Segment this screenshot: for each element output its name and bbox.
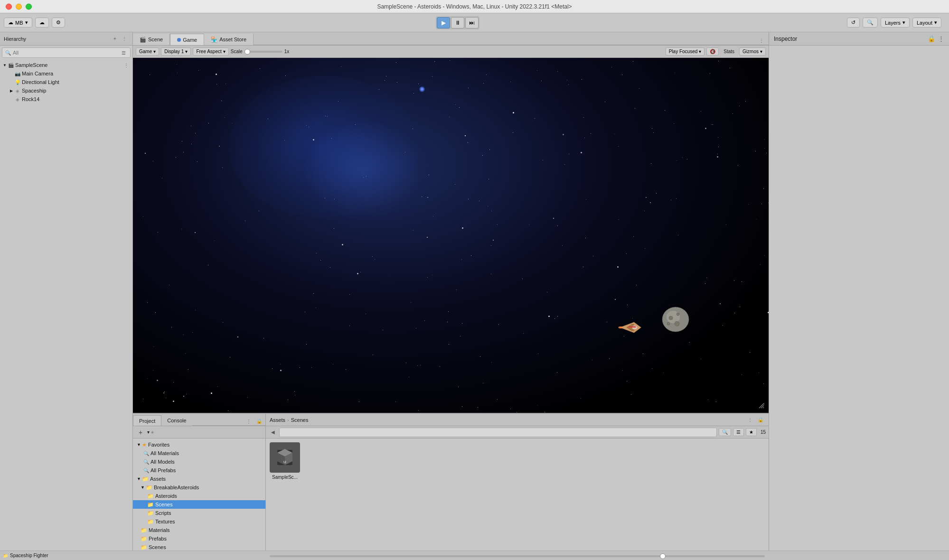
hierarchy-item-menu[interactable]: ⋮ [122, 61, 131, 69]
hierarchy-filter-icon[interactable]: ☰ [120, 48, 127, 57]
project-item-allmaterials[interactable]: 🔍 All Materials [133, 449, 265, 457]
bottom-panel: Project Console ⋮ 🔒 + ▾ ★ [133, 413, 769, 560]
refresh-button[interactable]: ↺ [847, 18, 860, 28]
project-add-button[interactable]: + [136, 428, 145, 437]
assets-search-input[interactable] [279, 428, 717, 437]
object-icon: ◈ [14, 87, 21, 94]
account-icon: ☁ [8, 19, 13, 26]
project-item-allprefabs[interactable]: 🔍 All Prefabs [133, 466, 265, 475]
assets-lock-icon[interactable]: 🔒 [756, 416, 765, 424]
play-focused-button[interactable]: Play Focused ▾ [666, 47, 705, 56]
layers-dropdown[interactable]: Layers ▾ [881, 18, 910, 28]
assets-panel: Assets › Scenes ⋮ 🔒 ◀ 🔍 [266, 414, 769, 560]
project-tabs: Project Console ⋮ 🔒 [133, 414, 265, 426]
tab-game[interactable]: Game [170, 34, 204, 45]
tree-arrow[interactable]: ▼ [2, 62, 8, 68]
hierarchy-item-maincamera[interactable]: ▶ 📷 Main Camera [0, 69, 132, 78]
hierarchy-add-icon[interactable]: + [111, 35, 119, 43]
project-item-scripts[interactable]: 📁 Scripts [133, 509, 265, 517]
aspect-dropdown-button[interactable]: Free Aspect ▾ [193, 47, 228, 56]
hierarchy-menu-icon[interactable]: ⋮ [120, 35, 129, 43]
step-button[interactable]: ⏭ [465, 17, 479, 28]
layout-dropdown[interactable]: Layout Layout ▾ [912, 18, 941, 28]
tabs-menu-icon[interactable]: ⋮ [757, 36, 766, 45]
tab-console[interactable]: Console [161, 415, 192, 426]
resize-handle[interactable] [757, 401, 765, 409]
project-add-dropdown[interactable]: ▾ [147, 429, 150, 435]
mute-button[interactable]: 🔇 [706, 47, 719, 56]
gizmos-button[interactable]: Gizmos ▾ [739, 47, 766, 56]
assets-breadcrumb-assets[interactable]: Assets [270, 417, 285, 423]
scale-slider[interactable] [244, 51, 282, 53]
hierarchy-search-bar[interactable]: 🔍 ☰ [2, 47, 131, 58]
project-lock-icon[interactable]: 🔒 [255, 417, 263, 425]
tab-asset-store[interactable]: 🏪 Asset Store [204, 34, 254, 45]
pause-button[interactable]: ⏸ [451, 17, 464, 28]
folder-icon: 📁 [146, 485, 152, 491]
zoom-thumb [660, 553, 666, 559]
project-item-prefabs[interactable]: 📁 Prefabs [133, 534, 265, 543]
scale-control: Scale 1x [231, 49, 290, 54]
game-dropdown-button[interactable]: Game ▾ [136, 47, 159, 56]
chevron-down-icon: ▾ [902, 19, 905, 26]
mute-icon: 🔇 [710, 49, 715, 54]
hierarchy-item-label: Spaceship [22, 88, 46, 93]
hierarchy-title: Hierarchy [4, 36, 26, 42]
hierarchy-item-label: Rock14 [22, 96, 39, 102]
play-button[interactable]: ▶ [437, 17, 450, 28]
center-panel: 🎬 Scene Game 🏪 Asset Store ⋮ Game ▾ Dis [133, 32, 769, 560]
chevron-down-icon: ▾ [185, 49, 188, 54]
assets-left-icon[interactable]: ◀ [269, 428, 277, 437]
chevron-icon: ▼ [137, 442, 141, 447]
tab-scene[interactable]: 🎬 Scene [133, 34, 170, 45]
assets-dots-icon[interactable]: ⋮ [746, 416, 754, 424]
svg-point-9 [677, 313, 679, 316]
project-item-allmodels[interactable]: 🔍 All Models [133, 457, 265, 466]
project-item-favorites[interactable]: ▼ ★ Favorites [133, 440, 265, 449]
search-button[interactable]: 🔍 [863, 18, 878, 28]
minimize-button[interactable] [16, 3, 22, 9]
hierarchy-item-spaceship[interactable]: ▶ ◈ Spaceship [0, 86, 132, 95]
assets-zoom-slider[interactable] [270, 555, 765, 557]
settings-button[interactable]: ⚙ [52, 18, 65, 28]
folder-icon: 📁 [141, 544, 147, 551]
account-button[interactable]: ☁ MB ▾ [4, 18, 32, 28]
chevron-down-icon: ▾ [25, 19, 28, 26]
asset-item-samplescene[interactable]: U SampleSc... [270, 442, 300, 480]
inspector-icons: 🔒 ⋮ [928, 35, 944, 42]
tree-arrow[interactable]: ▶ [9, 88, 14, 93]
search-icon: 🔍 [143, 451, 149, 456]
display-dropdown-button[interactable]: Display 1 ▾ [161, 47, 191, 56]
cloud-icon: ☁ [39, 19, 45, 26]
project-item-textures[interactable]: 📁 Textures [133, 517, 265, 526]
hierarchy-panel: Hierarchy + ⋮ 🔍 ☰ ▼ 🎬 SampleScene ⋮ [0, 32, 133, 560]
project-item-materials[interactable]: 📁 Materials [133, 526, 265, 534]
hierarchy-header-icons: + ⋮ [111, 35, 129, 43]
maximize-button[interactable] [26, 3, 32, 9]
folder-icon: 📁 [147, 519, 154, 525]
tab-project[interactable]: Project [133, 415, 161, 426]
lock-icon[interactable]: 🔒 [928, 35, 935, 42]
chevron-down-icon: ▾ [760, 49, 762, 54]
project-tree: ▼ ★ Favorites 🔍 All Materials 🔍 All Mode… [133, 439, 265, 560]
project-item-scenes[interactable]: 📁 Scenes [133, 500, 265, 509]
assets-search-button[interactable]: 🔍 [719, 428, 731, 436]
hierarchy-item-samplescene[interactable]: ▼ 🎬 SampleScene ⋮ [0, 61, 132, 69]
project-item-breakableasteroids[interactable]: ▼ 📁 BreakableAsteroids [133, 483, 265, 492]
game-view [133, 58, 769, 413]
project-item-assets[interactable]: ▼ 📁 Assets [133, 475, 265, 483]
close-button[interactable] [6, 3, 12, 9]
status-item-icon: 📁 [3, 553, 8, 558]
hierarchy-item-directionallight[interactable]: ▶ 💡 Directional Light [0, 78, 132, 86]
assets-content: U SampleSc... [266, 439, 769, 551]
project-item-asteroids[interactable]: 📁 Asteroids [133, 492, 265, 500]
project-dots-icon[interactable]: ⋮ [244, 417, 253, 425]
stats-button[interactable]: Stats [721, 48, 737, 55]
assets-star-button[interactable]: ★ [746, 428, 757, 436]
hierarchy-search-input[interactable] [13, 50, 118, 56]
inspector-menu-icon[interactable]: ⋮ [938, 35, 944, 42]
assets-filter-button[interactable]: ☰ [733, 428, 744, 436]
assets-breadcrumb-scenes[interactable]: Scenes [291, 417, 309, 423]
cloud-button[interactable]: ☁ [35, 18, 49, 28]
hierarchy-item-rock14[interactable]: ▶ ◈ Rock14 [0, 95, 132, 103]
